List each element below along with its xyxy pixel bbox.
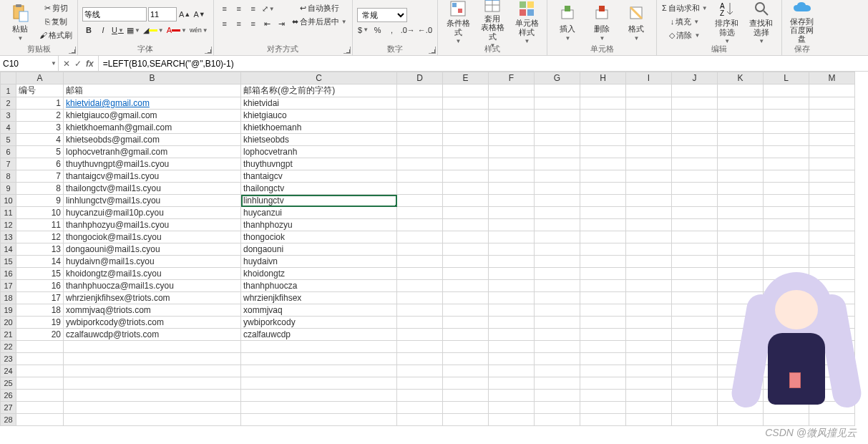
cell[interactable]: thanhphuocza@mail1s.cyou	[64, 280, 241, 292]
cell[interactable]	[535, 402, 580, 414]
cell[interactable]	[672, 146, 718, 158]
cell[interactable]: whrzienjkfihsex	[241, 292, 397, 304]
cell[interactable]	[241, 341, 397, 353]
cell[interactable]	[672, 268, 718, 280]
cell[interactable]	[626, 146, 672, 158]
cell[interactable]	[241, 353, 397, 365]
decrease-decimal-button[interactable]: ←.0	[417, 24, 433, 37]
cell[interactable]	[672, 256, 718, 268]
cell[interactable]: huycanzui	[241, 207, 397, 219]
cell[interactable]	[241, 402, 397, 414]
cell[interactable]	[535, 317, 580, 329]
cell[interactable]	[397, 85, 443, 97]
cell[interactable]: thuythuvngpt	[241, 158, 397, 170]
cell[interactable]	[764, 353, 809, 365]
cell[interactable]	[718, 231, 764, 243]
cell[interactable]	[443, 170, 489, 183]
bold-button[interactable]: B	[82, 24, 95, 37]
cell[interactable]	[535, 377, 580, 390]
cell[interactable]: ywbiporkcody	[241, 317, 397, 329]
cell[interactable]	[764, 110, 809, 122]
cell[interactable]: khietkhoemanh@gmail.com	[64, 122, 241, 134]
cell[interactable]	[764, 402, 809, 414]
cell[interactable]	[443, 317, 489, 329]
cell[interactable]	[397, 365, 443, 377]
decrease-font-button[interactable]: A▼	[192, 8, 205, 21]
cell[interactable]	[397, 268, 443, 280]
cell[interactable]: 15	[16, 268, 64, 280]
col-header-M[interactable]: M	[809, 72, 855, 85]
cell[interactable]	[809, 243, 855, 256]
cell[interactable]	[397, 390, 443, 402]
cell[interactable]	[397, 97, 443, 110]
cell[interactable]	[626, 85, 672, 97]
cell[interactable]: 9	[16, 195, 64, 207]
cell[interactable]	[397, 292, 443, 304]
cell[interactable]: thantaigcv	[241, 170, 397, 183]
row-header[interactable]: 9	[1, 183, 16, 195]
cell[interactable]	[718, 158, 764, 170]
cell[interactable]	[626, 195, 672, 207]
col-header-H[interactable]: H	[580, 72, 626, 85]
cell[interactable]	[535, 134, 580, 146]
cell[interactable]	[764, 256, 809, 268]
cell[interactable]	[580, 158, 626, 170]
cell[interactable]	[626, 317, 672, 329]
col-header-L[interactable]: L	[764, 72, 809, 85]
cell[interactable]	[397, 317, 443, 329]
cell[interactable]	[443, 146, 489, 158]
row-header[interactable]: 15	[1, 256, 16, 268]
cell[interactable]	[672, 170, 718, 183]
cancel-formula-button[interactable]: ✕	[63, 59, 70, 69]
cell[interactable]	[764, 85, 809, 97]
cell[interactable]	[443, 280, 489, 292]
formula-input[interactable]	[99, 56, 868, 71]
cell[interactable]: czalfauwcdp@triots.com	[64, 329, 241, 341]
cell[interactable]	[489, 256, 535, 268]
percent-button[interactable]: %	[371, 24, 384, 37]
col-header-C[interactable]: C	[241, 72, 397, 85]
cell[interactable]: lophocvetranh	[241, 146, 397, 158]
cell[interactable]	[16, 402, 64, 414]
cell[interactable]	[489, 146, 535, 158]
cell[interactable]	[626, 365, 672, 377]
cell[interactable]	[535, 365, 580, 377]
cell[interactable]	[764, 231, 809, 243]
merge-center-button[interactable]: ⬌合并后居中▼	[291, 15, 348, 28]
cell[interactable]	[672, 402, 718, 414]
cell[interactable]	[626, 158, 672, 170]
sort-filter-button[interactable]: AZ 排序和筛选▼	[711, 1, 743, 43]
cell[interactable]	[489, 341, 535, 353]
cell[interactable]	[809, 292, 855, 304]
cell[interactable]	[580, 256, 626, 268]
cell[interactable]	[672, 280, 718, 292]
cell[interactable]	[626, 377, 672, 390]
cell[interactable]	[580, 207, 626, 219]
cell[interactable]: linhlungctv	[241, 195, 397, 207]
row-header[interactable]: 25	[1, 377, 16, 390]
row-header[interactable]: 1	[1, 85, 16, 97]
cell[interactable]	[535, 122, 580, 134]
cell[interactable]: khietgiauco	[241, 110, 397, 122]
cell[interactable]: 邮箱名称(@之前的字符)	[241, 85, 397, 97]
cell[interactable]	[626, 292, 672, 304]
cell[interactable]	[626, 183, 672, 195]
cell[interactable]	[489, 304, 535, 317]
cell[interactable]	[809, 402, 855, 414]
cell[interactable]	[672, 134, 718, 146]
cell[interactable]	[489, 170, 535, 183]
name-box[interactable]: ▼	[0, 56, 59, 71]
cell[interactable]	[489, 365, 535, 377]
cell[interactable]	[809, 170, 855, 183]
cell[interactable]	[489, 329, 535, 341]
cell[interactable]	[809, 377, 855, 390]
cell[interactable]: whrzienjkfihsex@triots.com	[64, 292, 241, 304]
cell[interactable]	[718, 280, 764, 292]
col-header-J[interactable]: J	[672, 72, 718, 85]
cell[interactable]	[809, 304, 855, 317]
row-header[interactable]: 6	[1, 146, 16, 158]
row-header[interactable]: 2	[1, 97, 16, 110]
cell[interactable]	[535, 243, 580, 256]
cell[interactable]	[241, 390, 397, 402]
cell[interactable]	[580, 134, 626, 146]
